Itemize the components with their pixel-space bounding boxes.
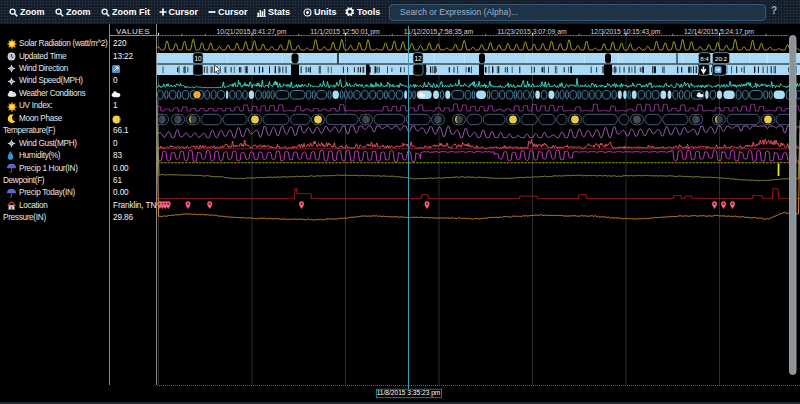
svg-text:20:2: 20:2 (715, 55, 728, 62)
svg-text:11/8/2015 3:35:23 pm: 11/8/2015 3:35:23 pm (377, 389, 441, 397)
svg-text:10: 10 (194, 55, 202, 62)
svg-text:12: 12 (414, 55, 422, 62)
svg-text:8:4: 8:4 (700, 55, 709, 62)
